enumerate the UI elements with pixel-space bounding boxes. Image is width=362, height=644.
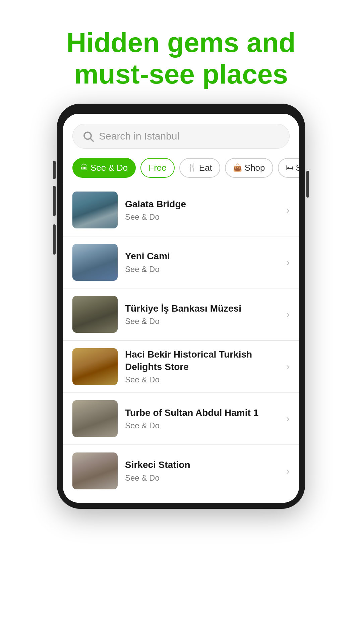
phone-vol-up-button: [53, 186, 56, 216]
phone-screen: Search in Istanbul 🏛 See & Do Free 🍴 Eat…: [63, 114, 299, 503]
place-subtitle: See & Do: [125, 473, 279, 483]
list-item[interactable]: Yeni Cami See & Do ›: [63, 236, 299, 288]
place-thumbnail-sirkeci: [72, 452, 118, 489]
place-thumbnail-turkiye: [72, 296, 118, 333]
chip-free-label: Free: [148, 163, 166, 173]
phone-power-button: [306, 171, 309, 198]
place-title: Yeni Cami: [125, 250, 279, 262]
chevron-right-icon: ›: [286, 309, 290, 320]
chevron-right-icon: ›: [286, 465, 290, 477]
chevron-right-icon: ›: [286, 257, 290, 268]
app-headline: Hidden gems and must-see places: [0, 0, 362, 104]
list-item[interactable]: Türkiye İş Bankası Müzesi See & Do ›: [63, 288, 299, 340]
shop-icon: 👜: [233, 163, 242, 172]
place-thumbnail-galata: [72, 192, 118, 228]
places-list: Galata Bridge See & Do › Yeni Cami See &…: [63, 184, 299, 503]
search-icon: [82, 130, 94, 142]
place-subtitle: See & Do: [125, 265, 279, 274]
svg-line-1: [90, 138, 93, 141]
headline-line2: must-see places: [74, 59, 288, 89]
place-title: Turbe of Sultan Abdul Hamit 1: [125, 407, 279, 419]
place-info-yenicami: Yeni Cami See & Do: [125, 250, 279, 274]
chip-see-do[interactable]: 🏛 See & Do: [72, 158, 136, 178]
place-info-galata: Galata Bridge See & Do: [125, 198, 279, 222]
place-title: Sirkeci Station: [125, 459, 279, 471]
chip-free[interactable]: Free: [140, 158, 174, 178]
list-item[interactable]: Galata Bridge See & Do ›: [63, 184, 299, 236]
search-bar[interactable]: Search in Istanbul: [72, 124, 290, 149]
headline-line1: Hidden gems and: [66, 27, 295, 58]
place-subtitle: See & Do: [125, 212, 279, 222]
place-subtitle: See & Do: [125, 375, 279, 384]
chevron-right-icon: ›: [286, 413, 290, 424]
phone-frame: Search in Istanbul 🏛 See & Do Free 🍴 Eat…: [57, 104, 305, 509]
place-subtitle: See & Do: [125, 317, 279, 326]
place-subtitle: See & Do: [125, 421, 279, 430]
place-title: Haci Bekir Historical Turkish Delights S…: [125, 348, 279, 373]
search-bar-container: Search in Istanbul: [63, 114, 299, 155]
place-thumbnail-yenicami: [72, 244, 118, 281]
list-item[interactable]: Haci Bekir Historical Turkish Delights S…: [63, 341, 299, 392]
place-thumbnail-turbe: [72, 400, 118, 437]
chip-shop[interactable]: 👜 Shop: [225, 158, 273, 178]
see-do-icon: 🏛: [80, 163, 88, 172]
chip-shop-label: Shop: [245, 163, 265, 173]
chevron-right-icon: ›: [286, 361, 290, 372]
chip-see-do-label: See & Do: [90, 163, 128, 173]
place-info-sirkeci: Sirkeci Station See & Do: [125, 459, 279, 482]
phone-vol-down-button: [53, 224, 56, 255]
sleep-icon: 🛏: [286, 163, 293, 172]
chip-eat[interactable]: 🍴 Eat: [179, 158, 220, 178]
chip-eat-label: Eat: [199, 163, 212, 173]
chip-sleep[interactable]: 🛏 Sleep: [278, 158, 299, 178]
chevron-right-icon: ›: [286, 204, 290, 216]
search-placeholder-text: Search in Istanbul: [99, 130, 179, 142]
place-title: Galata Bridge: [125, 198, 279, 210]
place-info-turkiye: Türkiye İş Bankası Müzesi See & Do: [125, 303, 279, 326]
chip-sleep-label: Sleep: [296, 163, 299, 173]
place-title: Türkiye İş Bankası Müzesi: [125, 303, 279, 315]
eat-icon: 🍴: [187, 163, 196, 172]
place-info-hacibekir: Haci Bekir Historical Turkish Delights S…: [125, 348, 279, 384]
place-thumbnail-hacibekir: [72, 348, 118, 385]
phone-mute-button: [53, 161, 56, 179]
list-item[interactable]: Turbe of Sultan Abdul Hamit 1 See & Do ›: [63, 393, 299, 444]
list-item[interactable]: Sirkeci Station See & Do ›: [63, 445, 299, 503]
filter-chips-container: 🏛 See & Do Free 🍴 Eat 👜 Shop 🛏 Sleep: [63, 155, 299, 184]
place-info-turbe: Turbe of Sultan Abdul Hamit 1 See & Do: [125, 407, 279, 430]
